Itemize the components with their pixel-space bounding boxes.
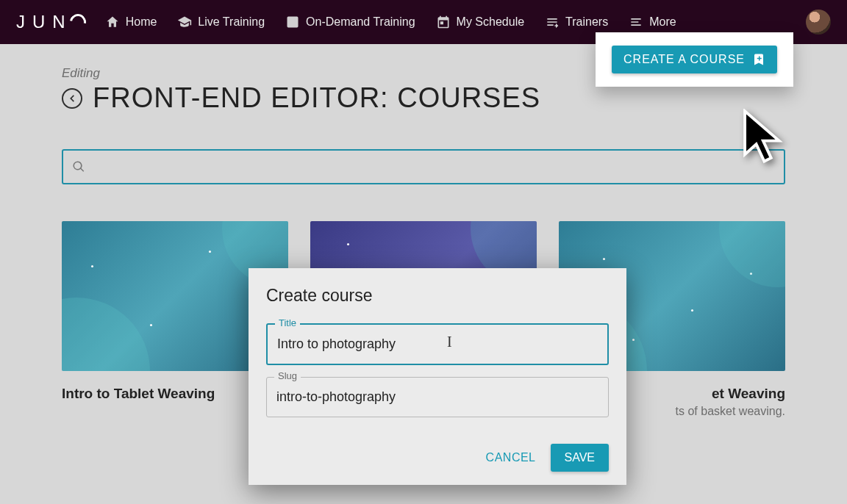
arrow-left-icon	[67, 93, 77, 104]
graduation-cap-icon	[177, 15, 192, 29]
brand-text: JUN	[16, 12, 73, 32]
cursor-arrow-icon	[743, 109, 788, 166]
slug-input[interactable]	[267, 378, 608, 417]
nav-more-label: More	[649, 15, 676, 29]
title-field[interactable]: Title I	[266, 323, 609, 365]
user-avatar[interactable]	[806, 10, 831, 35]
slug-field-label: Slug	[274, 370, 301, 381]
create-course-label: CREATE A COURSE	[623, 53, 745, 66]
page-title-row: FRONT-END EDITOR: COURSES	[62, 82, 785, 114]
nav-home[interactable]: Home	[105, 15, 157, 29]
bookmark-plus-icon	[752, 53, 765, 66]
calendar-icon	[436, 15, 451, 29]
nav-home-label: Home	[126, 15, 157, 29]
nav-live-label: Live Training	[198, 15, 265, 29]
nav-schedule-label: My Schedule	[457, 15, 525, 29]
create-course-modal: Create course Title I Slug CANCEL SAVE	[249, 268, 626, 485]
menu-icon	[629, 15, 643, 29]
modal-heading: Create course	[266, 286, 609, 306]
save-button[interactable]: SAVE	[551, 444, 610, 472]
search-input[interactable]	[93, 159, 775, 174]
page-title: FRONT-END EDITOR: COURSES	[93, 82, 540, 114]
modal-actions: CANCEL SAVE	[266, 444, 609, 472]
text-cursor-icon: I	[447, 334, 452, 350]
create-course-button[interactable]: CREATE A COURSE	[612, 46, 777, 73]
nav-items: Home Live Training On-Demand Training My…	[105, 15, 676, 29]
nav-live-training[interactable]: Live Training	[177, 15, 265, 29]
nav-trainers-label: Trainers	[565, 15, 608, 29]
trainers-icon	[545, 15, 560, 29]
search-icon	[72, 160, 85, 173]
nav-ondemand[interactable]: On-Demand Training	[285, 15, 415, 29]
home-icon	[105, 15, 120, 29]
search-field[interactable]	[62, 149, 785, 184]
nav-more[interactable]: More	[629, 15, 676, 29]
nav-ondemand-label: On-Demand Training	[306, 15, 415, 29]
brand-logo[interactable]: JUN	[16, 12, 86, 32]
title-field-label: Title	[275, 317, 300, 328]
nav-schedule[interactable]: My Schedule	[436, 15, 525, 29]
cancel-button[interactable]: CANCEL	[486, 451, 536, 464]
slug-field[interactable]: Slug	[266, 377, 609, 417]
create-course-card: CREATE A COURSE	[596, 32, 793, 87]
nav-trainers[interactable]: Trainers	[545, 15, 608, 29]
document-icon	[285, 15, 300, 29]
back-button[interactable]	[62, 88, 82, 109]
title-input[interactable]	[268, 325, 607, 364]
